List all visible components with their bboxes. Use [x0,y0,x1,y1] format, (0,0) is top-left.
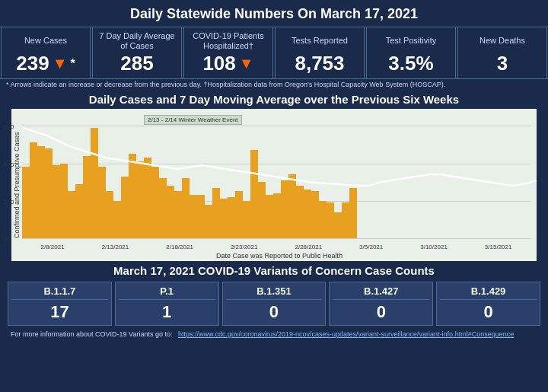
bar-4 [53,165,60,238]
stat-label-1: 7 Day Daily Average of Cases [96,30,178,52]
bar-37 [304,190,311,238]
arrow-icon-2: ▼ [239,55,254,72]
bar-25 [212,188,220,238]
stat-cell-0: New Cases239 ▼* [1,27,91,78]
bar-1 [30,142,37,238]
variant-cell-3: B.1.4270 [329,282,433,326]
x-label-6: 3/10/2021 [420,244,448,250]
footnote: * Arrows indicate an increase or decreas… [0,79,548,90]
x-label-4: 2/28/2021 [295,244,322,250]
variant-label-1: P.1 [119,285,215,300]
chart-annotation: 2/13 - 2/14 Winter Weather Event [144,115,242,125]
stat-cell-4: Test Positivity3.5% [366,27,456,78]
stat-cell-3: Tests Reported8,753 [275,27,365,78]
bar-30 [250,150,258,238]
bar-8 [83,156,91,238]
x-label-1: 2/13/2021 [102,244,129,250]
variant-cell-0: B.1.1.717 [8,282,112,326]
variant-value-3: 0 [333,302,429,322]
variant-label-4: B.1.429 [440,285,537,300]
bar-16 [144,158,151,238]
bars-area [22,116,530,238]
bar-14 [129,154,136,238]
y-tick-label-2: 400 [4,161,14,167]
stat-cell-5: New Deaths3 [457,27,547,78]
y-tick-label-3: 600 [4,123,14,130]
arrow-icon-0: ▼ [53,55,68,72]
stat-label-3: Tests Reported [279,30,361,52]
bar-10 [98,167,106,238]
variant-value-1: 1 [119,302,215,322]
y-axis-label: Confirmed and Presumptive Cases [11,109,22,261]
variant-cell-1: P.11 [115,282,219,326]
stat-cell-2: COVID-19 Patients Hospitalized†108 ▼ [183,27,273,78]
variant-label-3: B.1.427 [333,285,429,300]
chart-section: Daily Cases and 7 Day Moving Average ove… [0,90,548,261]
bar-12 [113,201,121,238]
bar-34 [281,180,288,238]
x-label-2: 2/18/2021 [166,244,193,250]
variant-label-0: B.1.1.7 [11,285,108,300]
variant-link-row: For more information about COVID-19 Vari… [8,329,540,339]
bar-38 [311,191,319,238]
x-axis-title: Date Case was Reported to Public Health [22,252,537,260]
bar-42 [342,202,349,238]
bar-3 [45,148,53,238]
bar-19 [167,186,174,238]
bar-26 [220,199,228,238]
stat-value-0: 239 ▼* [5,52,87,75]
x-label-0: 2/8/2021 [41,244,65,250]
bar-39 [319,201,327,238]
stat-value-3: 8,753 [279,52,361,75]
bar-6 [68,191,75,238]
bar-33 [273,193,281,238]
bar-31 [258,182,266,238]
bar-17 [151,167,159,238]
chart-container: Confirmed and Presumptive Cases 2/13 - 2… [11,109,537,261]
bar-29 [243,201,250,238]
variants-section: March 17, 2021 COVID-19 Variants of Conc… [0,261,548,343]
bar-5 [60,164,68,238]
variant-cell-2: B.1.3510 [222,282,327,326]
variant-link[interactable]: https://www.cdc.gov/coronavirus/2019-nco… [178,330,514,338]
variant-label-2: B.1.351 [226,285,323,300]
stat-value-5: 3 [461,52,543,75]
stat-label-4: Test Positivity [370,30,452,52]
y-tick-label-1: 200 [4,198,14,205]
y-grid-line-0: 0 [22,238,530,239]
bar-40 [327,202,334,238]
stat-value-4: 3.5% [370,52,452,75]
bar-22 [190,195,197,238]
bar-23 [197,195,205,238]
asterisk-0: * [70,57,75,71]
variants-title: March 17, 2021 COVID-19 Variants of Conc… [8,264,540,277]
bar-43 [349,188,357,238]
variant-cell-4: B.1.4290 [436,282,540,326]
bar-36 [296,186,304,238]
variant-value-0: 17 [11,302,108,322]
x-label-5: 3/5/2021 [359,244,383,250]
stat-label-2: COVID-19 Patients Hospitalized† [187,30,269,52]
bar-7 [75,184,83,238]
stat-cell-1: 7 Day Daily Average of Cases285 [92,27,182,78]
chart-inner: 2/13 - 2/14 Winter Weather Event 0200400… [22,109,537,261]
x-label-3: 2/23/2021 [231,244,258,250]
bar-21 [182,178,190,238]
bar-35 [288,174,296,238]
bar-32 [266,195,273,238]
stat-value-1: 285 [96,52,178,75]
x-label-7: 3/15/2021 [485,244,512,250]
variant-link-prefix: For more information about COVID-19 Vari… [11,330,172,338]
stat-value-2: 108 ▼ [187,52,269,75]
x-axis: 2/8/20212/13/20212/18/20212/23/20212/28/… [22,244,530,250]
bar-2 [37,146,45,238]
bar-0 [22,167,30,238]
variant-value-4: 0 [440,302,537,322]
bar-13 [121,177,129,238]
bar-11 [106,191,113,238]
bar-18 [159,178,167,238]
bar-24 [205,205,212,238]
y-tick-label-0: 0 [4,236,7,243]
bar-27 [228,197,235,238]
bar-41 [334,212,342,238]
